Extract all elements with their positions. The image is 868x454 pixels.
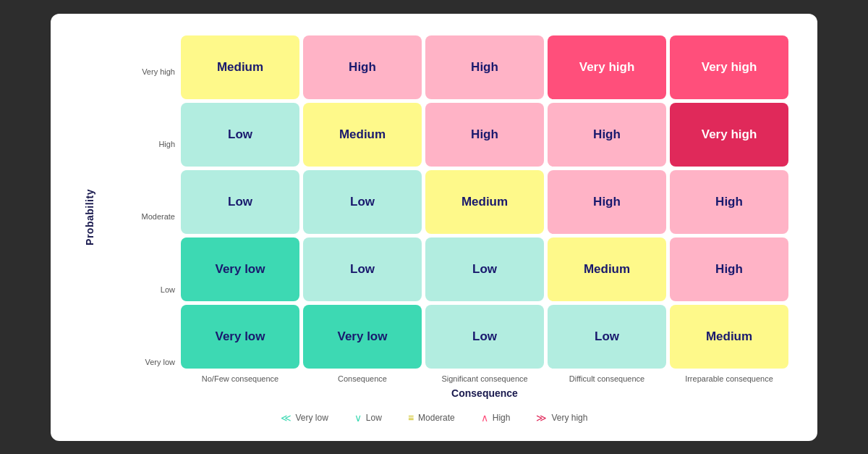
grid-cell: High [548, 170, 666, 234]
grid-cell: Very high [548, 35, 666, 99]
y-tick-label: Moderate [140, 185, 175, 248]
grid-cell: High [670, 170, 788, 234]
legend-item: ≡Moderate [408, 412, 455, 424]
legend-icon: ≡ [408, 412, 414, 424]
grid-and-x: Very highHighModerateLowVery low MediumH… [140, 35, 788, 399]
legend: ≪Very low∨Low≡Moderate∧High≫Very high [80, 412, 788, 424]
grid-cell: High [670, 237, 788, 301]
x-tick-label: Significant consequence [425, 374, 544, 383]
grid-cell: High [425, 35, 544, 99]
legend-icon: ∨ [354, 412, 362, 424]
legend-label: Very low [296, 413, 328, 423]
grid-cell: Medium [670, 305, 788, 369]
risk-grid: MediumHighHighVery highVery highLowMediu… [181, 35, 788, 369]
legend-label: Moderate [418, 413, 455, 423]
x-labels: No/Few consequenceConsequenceSignificant… [181, 374, 788, 383]
grid-cell: Medium [303, 103, 422, 167]
x-tick-label: Consequence [303, 374, 422, 383]
y-tick-label: High [140, 112, 175, 176]
grid-cell: Low [181, 170, 299, 234]
legend-icon: ≪ [281, 412, 292, 424]
x-tick-label: Irreparable consequence [670, 374, 788, 383]
grid-cell: Low [425, 237, 544, 301]
grid-cell: Medium [425, 170, 544, 234]
grid-cell: Very high [670, 103, 788, 167]
y-ticks [103, 35, 140, 399]
x-tick-label: Difficult consequence [548, 374, 666, 383]
y-axis-label-container: Probability [80, 35, 100, 399]
legend-label: Low [366, 413, 382, 423]
grid-cell: Low [548, 305, 666, 369]
y-tick-label: Low [140, 258, 175, 321]
grid-cell: High [548, 103, 666, 167]
grid-cell: Low [303, 237, 422, 301]
grid-cell: Very high [670, 35, 788, 99]
grid-cell: Very low [181, 305, 299, 369]
grid-cell: Low [303, 170, 422, 234]
grid-cell: Low [425, 305, 544, 369]
risk-matrix-card: Probability Very highHighModerateLowVery… [51, 14, 817, 441]
y-tick-labels: Very highHighModerateLowVery low [140, 35, 181, 399]
grid-cell: High [303, 35, 422, 99]
grid-cell: Very low [181, 237, 299, 301]
grid-cell: Low [181, 103, 299, 167]
grid-cell: Medium [548, 237, 666, 301]
y-axis-label: Probability [84, 189, 95, 245]
legend-label: High [493, 413, 511, 423]
y-tick-label: Very high [140, 40, 175, 104]
grid-cell: Very low [303, 305, 422, 369]
y-tick-label: Very low [140, 330, 175, 394]
legend-icon: ∧ [481, 412, 488, 424]
legend-item: ≪Very low [281, 412, 328, 424]
legend-item: ≫Very high [536, 412, 587, 424]
legend-item: ∧High [481, 412, 511, 424]
legend-label: Very high [551, 413, 587, 423]
x-axis-label: Consequence [181, 387, 788, 399]
grid-cell: High [425, 103, 544, 167]
legend-icon: ≫ [536, 412, 547, 424]
legend-item: ∨Low [354, 412, 382, 424]
x-tick-label: No/Few consequence [181, 374, 299, 383]
grid-cell: Medium [181, 35, 299, 99]
